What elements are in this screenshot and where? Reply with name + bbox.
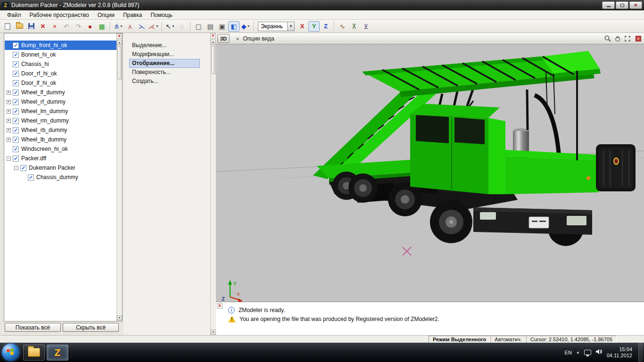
visibility-checkbox[interactable]: ✓ [13,90,19,96]
command-item-1[interactable]: Модификации... [129,50,200,59]
tree-scroll-up-icon[interactable]: ▲ [117,40,122,45]
tree-item-chassis-dummy[interactable]: +✓Chassis_dummy [5,173,116,182]
visibility-checkbox[interactable]: ✓ [13,99,19,105]
tree-item-bump-front-hi-ok[interactable]: +✓Bump_front_hi_ok [5,41,116,50]
menu-item-4[interactable]: Помощь [146,11,176,19]
snap-tool-icon[interactable]: ⊻ [360,21,372,32]
tree-close-icon[interactable]: × [116,33,122,39]
display-tray-icon[interactable] [584,350,591,355]
wireframe-view-icon[interactable]: ▢ [193,21,204,32]
clock[interactable]: 15:04 04.11.2012 [607,346,634,359]
expand-icon[interactable]: + [7,100,11,104]
explorer-task-button[interactable] [23,345,45,361]
tree-item-bonnet-hi-ok[interactable]: +✓Bonnet_hi_ok [5,50,116,59]
material-icon[interactable]: ◆▼ [240,21,251,32]
command-item-0[interactable]: Выделение... [129,41,200,50]
tree-item-dukemann-packer[interactable]: -✓Dukemann Packer [5,163,116,173]
axis-y-toggle[interactable]: Y [308,21,320,32]
delete-small-icon[interactable]: × [49,21,60,32]
menu-item-1[interactable]: Рабочее пространство [25,11,93,19]
dropdown-arrow-icon[interactable]: ▼ [120,25,123,28]
tree-item-wheel-rb-dummy[interactable]: +✓Wheel_rb_dummy [5,125,116,135]
volume-tray-icon[interactable] [595,348,603,357]
visibility-checkbox[interactable]: ✓ [13,52,19,58]
save-file-icon[interactable] [25,21,37,32]
visibility-checkbox[interactable]: ✓ [13,42,19,49]
bones-mode-icon[interactable]: ⋔▼ [113,21,124,32]
flat-view-icon[interactable]: ▤ [205,21,216,32]
visibility-checkbox[interactable]: ✓ [13,61,19,67]
screen-mode-combo[interactable]: Экраннь▼ [258,22,295,31]
tree-item-door-lf-hi-ok[interactable]: +✓Door_lf_hi_ok [5,78,116,88]
maximize-button[interactable] [616,1,628,9]
collapse-options-icon[interactable]: < [236,36,239,41]
collapse-icon[interactable]: - [7,156,11,161]
visibility-checkbox[interactable]: ✓ [13,108,19,115]
language-indicator[interactable]: EN [565,350,572,355]
command-item-2[interactable]: Отображение... [129,59,200,68]
shaded-view-icon[interactable]: ▣ [216,21,228,32]
undo-icon[interactable]: ↶ [61,21,72,32]
zoom-icon[interactable] [604,35,611,42]
skeleton-mode-icon[interactable]: ⋏ [124,21,136,32]
tree-item-wheel-lm-dummy[interactable]: +✓Wheel_lm_dummy [5,107,116,116]
lasso-select-icon[interactable]: ◌ [176,21,188,32]
anim-mode-icon[interactable]: ⋌▼ [148,21,159,32]
tree-scroll-thumb[interactable] [117,46,122,79]
expand-icon[interactable]: + [7,119,11,123]
combo-dropdown-icon[interactable]: ▼ [287,22,294,31]
tree-item-wheel-rf-dummy[interactable]: +✓Wheel_rf_dummy [5,97,116,107]
textured-view-icon[interactable]: ◧ [228,21,239,32]
tree-item-chassis-hi[interactable]: +✓Chassis_hi [5,59,116,69]
show-all-button[interactable]: Показать всё [5,323,61,332]
tree-scrollbar[interactable]: ▲ ▼ [116,33,122,321]
command-item-4[interactable]: Создать... [129,77,200,86]
pose-mode-icon[interactable]: ⋋ [136,21,148,32]
weld-tool-icon[interactable]: ⊼ [348,21,360,32]
redo-icon[interactable]: ↷ [73,21,84,32]
minimize-button[interactable] [602,1,615,9]
visibility-checkbox[interactable]: ✓ [13,71,19,77]
tree-item-windscreen-hi-ok[interactable]: +✓Windscreen_hi_ok [5,144,116,154]
open-file-icon[interactable] [14,21,25,32]
maximize-view-icon[interactable] [624,35,631,42]
dropdown-arrow-icon[interactable]: ▼ [156,25,159,28]
expand-icon[interactable]: + [7,90,11,95]
viewport-close-icon[interactable]: × [636,36,641,41]
visibility-checkbox[interactable]: ✓ [13,156,19,162]
collapse-icon[interactable]: - [14,166,18,170]
visibility-checkbox[interactable]: ✓ [28,174,34,181]
hide-all-button[interactable]: Скрыть всё [63,323,119,332]
tree-scroll-down-icon[interactable]: ▼ [117,315,122,321]
command-item-3[interactable]: Поверхность... [129,68,200,77]
record-icon[interactable]: ● [84,21,96,32]
commands-scroll-up-icon[interactable]: ▲ [211,40,216,45]
tree-item-wheel-lb-dummy[interactable]: +✓Wheel_lb_dummy [5,135,116,144]
start-button[interactable] [2,344,19,361]
visibility-checkbox[interactable]: ✓ [13,146,19,152]
pan-hand-icon[interactable] [614,35,621,42]
close-button[interactable]: × [629,1,642,9]
axis-z-toggle[interactable]: Z [320,21,331,32]
expand-icon[interactable]: + [7,138,11,142]
visibility-checkbox[interactable]: ✓ [13,80,19,86]
paint-tool-icon[interactable]: ∿ [337,21,348,32]
expand-icon[interactable]: + [7,128,11,132]
dropdown-arrow-icon[interactable]: ▼ [247,25,250,28]
table-icon[interactable]: ▦ [96,21,107,32]
select-mode-icon[interactable]: ↖▼ [165,21,176,32]
view-mode-button[interactable]: 3D [217,34,230,43]
visibility-checkbox[interactable]: ✓ [13,127,19,133]
tree-item-wheel-rm-dummy[interactable]: +✓Wheel_rm_dummy [5,116,116,125]
viewport-canvas[interactable]: Y x Z [216,44,644,302]
new-file-icon[interactable] [2,21,13,32]
menu-item-0[interactable]: Файл [3,11,25,19]
commands-scroll-down-icon[interactable]: ▼ [211,329,216,335]
commands-scrollbar[interactable]: ▲ ▼ × [210,33,216,335]
commands-close-icon[interactable]: × [210,33,216,39]
tree-item-door-rf-hi-ok[interactable]: +✓Door_rf_hi_ok [5,69,116,78]
tree-item-wheel-lf-dummy[interactable]: +✓Wheel_lf_dummy [5,88,116,97]
show-desktop-button[interactable] [638,343,643,362]
log-close-icon[interactable]: × [217,303,223,309]
visibility-checkbox[interactable]: ✓ [20,165,26,171]
